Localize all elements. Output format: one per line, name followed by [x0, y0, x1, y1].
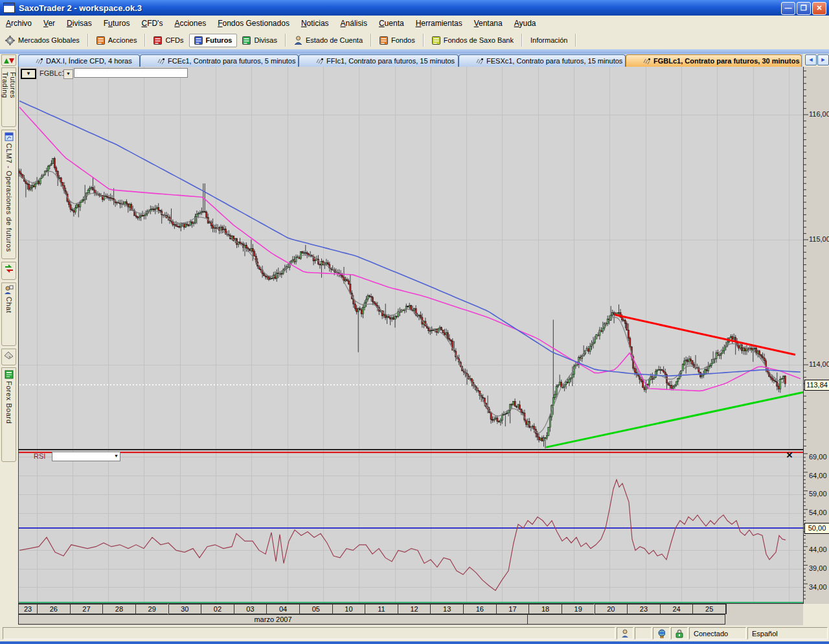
rsi-axis-label: 69,00	[809, 453, 827, 461]
left-sidebar: Futures Trading CLM7 - Operaciones de fu…	[0, 54, 18, 625]
last-price-box: 113,84	[804, 380, 829, 391]
menu-item-futuros[interactable]: Futuros	[98, 17, 136, 30]
menu-item-analisis[interactable]: Análisis	[335, 17, 373, 30]
menu-bar: ArchivoVerDivisasFuturosCFD'sAccionesFon…	[0, 16, 829, 31]
tab-scroll-right-button[interactable]: ►	[817, 54, 829, 65]
updown-arrows-button[interactable]	[1, 54, 16, 66]
transfer-arrows-icon	[4, 264, 14, 273]
date-cell: 19	[562, 604, 595, 614]
status-bar: Conectado Español	[0, 625, 829, 641]
gear-icon	[5, 36, 15, 45]
menu-item-cuenta[interactable]: Cuenta	[373, 17, 410, 30]
panel-orange-icon	[97, 36, 105, 45]
rsi-study-combobox[interactable]: ▼	[52, 452, 120, 461]
futures-window-icon	[5, 132, 14, 141]
rsi-axis-label: 34,00	[809, 583, 827, 591]
chart-tab-fcec1[interactable]: FCEc1, Contrato para futuros, 5 minutos	[140, 54, 299, 67]
symbol-dropdown-button[interactable]: ▼	[63, 69, 73, 79]
rsi-close-icon[interactable]: ✕	[784, 451, 795, 461]
sidebar-item-clm7[interactable]: CLM7 - Operaciones de futuros	[1, 130, 16, 259]
status-user-cell	[617, 627, 633, 639]
menu-item-cfd-s[interactable]: CFD's	[135, 17, 168, 30]
menu-item-noticias[interactable]: Noticias	[295, 17, 335, 30]
maximize-button[interactable]: ❐	[797, 2, 811, 15]
date-cell: 03	[234, 604, 267, 614]
chart-pen-icon	[643, 58, 651, 65]
toolbar-button-divisas[interactable]: Divisas	[237, 34, 282, 47]
toolbar-button-acciones[interactable]: Acciones	[91, 34, 142, 47]
sidebar-item-futures-trading[interactable]: Futures Trading	[1, 67, 16, 127]
connection-status: Conectado	[689, 627, 746, 639]
sidebar-item-transfer[interactable]	[1, 262, 16, 280]
chart-menu-dropdown-button[interactable]: ▼	[21, 69, 36, 79]
status-message-panel	[3, 627, 615, 639]
menu-item-ayuda[interactable]: Ayuda	[508, 17, 542, 30]
toolbar-button-cfds[interactable]: CFDs	[148, 34, 188, 47]
date-cell: 30	[168, 604, 201, 614]
sidebar-item-chat[interactable]: Chat	[1, 282, 16, 346]
sidebar-item-label: Forex Board	[5, 381, 13, 424]
chart-tab-dax-i[interactable]: DAX.I, Índice CFD, 4 horas	[18, 54, 140, 67]
lock-icon	[676, 629, 683, 638]
menu-item-ver[interactable]: Ver	[38, 17, 61, 30]
sidebar-item-forex-board[interactable]: Forex Board	[1, 367, 16, 462]
saxotrader-window: SaxoTrader 2 - workspace.ok.3 — ❐ ✕ Arch…	[0, 0, 829, 644]
chart-pen-icon	[476, 58, 484, 65]
menu-item-ventana[interactable]: Ventana	[468, 17, 508, 30]
price-chart-canvas[interactable]	[18, 67, 803, 450]
user-icon	[621, 629, 629, 638]
chart-tab-fgblc1[interactable]: FGBLc1, Contrato para futuros, 30 minuto…	[626, 54, 802, 67]
date-cell: 12	[398, 604, 431, 614]
rsi-chart-canvas[interactable]	[18, 450, 803, 604]
chart-tab-ffic1[interactable]: FFIc1, Contrato para futuros, 15 minutos	[299, 54, 459, 67]
tab-scroll-buttons: ◄ ►	[805, 54, 829, 65]
toolbar-button-fondos-de-saxo-bank[interactable]: Fondos de Saxo Bank	[427, 34, 519, 47]
rsi-axis-label: 59,00	[809, 490, 827, 498]
status-empty-cell	[635, 627, 652, 639]
panel-red-icon	[153, 36, 162, 45]
title-bar[interactable]: SaxoTrader 2 - workspace.ok.3 — ❐ ✕	[0, 0, 829, 16]
sidebar-item-notes[interactable]	[1, 349, 16, 365]
window-title: SaxoTrader 2 - workspace.ok.3	[19, 3, 142, 13]
menu-item-herramientas[interactable]: Herramientas	[410, 17, 468, 30]
price-axis-label: 116,00	[809, 110, 829, 118]
sidebar-item-label: Futures Trading	[1, 72, 17, 126]
date-axis: 2326272829300203040510111213161718192023…	[18, 604, 803, 625]
menu-item-acciones[interactable]: Acciones	[168, 17, 212, 30]
price-axis[interactable]: 116,00115,00114,00113,8469,0064,0059,005…	[803, 67, 829, 604]
minimize-button[interactable]: —	[781, 2, 795, 15]
symbol-search-input[interactable]	[74, 68, 188, 78]
main-toolbar: Mercados GlobalesAccionesCFDsFuturosDivi…	[0, 31, 829, 50]
workspace-top-strip	[0, 49, 829, 54]
toolbar-button-futuros[interactable]: Futuros	[189, 34, 238, 47]
menu-item-archivo[interactable]: Archivo	[0, 17, 38, 30]
date-cell: 11	[365, 604, 398, 614]
date-cell: 13	[430, 604, 463, 614]
date-cell: 17	[496, 604, 529, 614]
tab-scroll-left-button[interactable]: ◄	[805, 54, 817, 65]
price-axis-label: 115,00	[809, 235, 829, 243]
toolbar-button-mercados-globales[interactable]: Mercados Globales	[0, 33, 85, 48]
date-cell: 18	[528, 604, 562, 614]
symbol-label: FGBLc1	[40, 69, 65, 77]
date-cell: 23	[627, 604, 660, 614]
chart-pen-icon	[157, 58, 165, 65]
chart-tab-fesxc1[interactable]: FESXc1, Contrato para futuros, 15 minuto…	[459, 54, 626, 67]
status-lock-cell	[671, 627, 688, 639]
menu-item-divisas[interactable]: Divisas	[61, 17, 98, 30]
close-button[interactable]: ✕	[812, 2, 826, 15]
sidebar-item-label: Chat	[5, 297, 13, 313]
toolbar-button-fondos[interactable]: Fondos	[374, 34, 420, 47]
sidebar-item-label: CLM7 - Operaciones de futuros	[5, 143, 13, 252]
tag-icon	[4, 351, 14, 360]
menu-item-fondos-gestionados[interactable]: Fondos Gestionados	[212, 17, 295, 30]
date-cell: 02	[201, 604, 234, 614]
toolbar-button-informacion[interactable]: Información	[525, 34, 573, 47]
toolbar-separator	[575, 34, 576, 47]
panel-green-icon	[242, 36, 251, 45]
date-cell: 26	[37, 604, 70, 614]
month-cell-empty	[528, 614, 725, 625]
toolbar-button-estado-de-cuenta[interactable]: Estado de Cuenta	[289, 33, 368, 47]
rsi-axis-label: 39,00	[809, 564, 827, 572]
language-status: Español	[747, 627, 828, 639]
